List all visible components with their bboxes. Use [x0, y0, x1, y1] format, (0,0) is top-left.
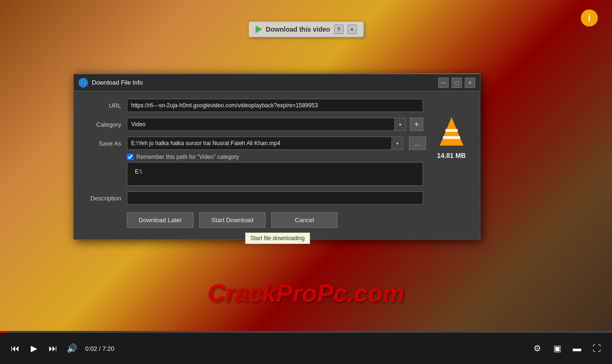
start-download-button[interactable]: Start Download [199, 212, 266, 228]
watermark: CrackProPc.com [207, 279, 404, 307]
skip-forward-button[interactable]: ⏭ [45, 341, 61, 356]
category-dropdown-arrow[interactable]: ▾ [395, 118, 406, 131]
progress-fill [0, 331, 6, 333]
action-buttons-row: Download Later Start Download Cancel [127, 212, 470, 228]
description-input[interactable] [127, 191, 423, 205]
close-button[interactable]: × [465, 78, 475, 88]
description-row: Description [83, 191, 470, 205]
theater-button[interactable]: ▬ [569, 341, 585, 356]
idm-icon [79, 78, 88, 87]
saveas-input[interactable] [127, 137, 392, 150]
saveas-input-wrap: ▾ [127, 137, 403, 150]
modal-title: Download File Info [92, 79, 435, 86]
start-download-tooltip: Start file downloading [245, 233, 310, 244]
progress-bar[interactable] [0, 331, 612, 333]
download-tooltip-text: Download this video [266, 26, 330, 33]
remember-label: Remember this path for "Video" category [136, 154, 239, 160]
svg-rect-8 [443, 136, 460, 139]
svg-rect-6 [441, 141, 462, 145]
close-tooltip-btn[interactable]: × [347, 25, 357, 34]
file-size: 14.81 MB [437, 152, 466, 159]
path-display: E:\ [131, 166, 419, 177]
category-select[interactable]: Video Music Documents Programs Other [127, 118, 395, 131]
fullscreen-button[interactable]: ⛶ [589, 341, 604, 356]
download-file-info-modal: Download File Info — □ × 14.81 MB URL [73, 73, 480, 240]
play-pause-button[interactable]: ▶ [27, 341, 42, 356]
add-category-button[interactable]: + [410, 118, 423, 131]
remember-row: Remember this path for "Video" category [127, 154, 423, 160]
category-select-wrap: Video Music Documents Programs Other ▾ + [127, 118, 423, 131]
modal-window-controls: — □ × [438, 78, 475, 88]
settings-button[interactable]: ⚙ [530, 341, 545, 356]
right-controls: ⚙ ▣ ▬ ⛶ [530, 341, 604, 356]
saveas-label: Save As [83, 140, 121, 147]
url-label: URL [83, 102, 121, 109]
category-label: Category [83, 121, 121, 128]
download-later-button[interactable]: Download Later [127, 212, 194, 228]
skip-back-button[interactable]: ⏮ [8, 341, 23, 356]
time-display: 0:02 / 7:20 [85, 345, 114, 352]
controls-row: ⏮ ▶ ⏭ 🔊 0:02 / 7:20 ⚙ ▣ ▬ ⛶ [0, 333, 612, 364]
vlc-icon [437, 115, 466, 148]
volume-button[interactable]: 🔊 [64, 341, 80, 356]
play-icon [255, 26, 262, 33]
player-controls: ⏮ ▶ ⏭ 🔊 0:02 / 7:20 ⚙ ▣ ▬ ⛶ [0, 331, 612, 364]
info-button[interactable]: i [581, 9, 598, 26]
saveas-row: Save As ▾ ... [83, 137, 470, 150]
description-label: Description [83, 195, 121, 202]
pip-button[interactable]: ▣ [550, 341, 565, 356]
url-row: URL [83, 99, 470, 112]
browse-button[interactable]: ... [409, 137, 426, 150]
vlc-area: 14.81 MB [437, 115, 466, 159]
path-box-wrap: E:\ [127, 162, 423, 186]
svg-rect-7 [445, 129, 458, 132]
url-input[interactable] [127, 99, 423, 112]
category-row: Category Video Music Documents Programs … [83, 118, 470, 131]
download-video-tooltip[interactable]: Download this video ? × [248, 21, 364, 37]
minimize-button[interactable]: — [438, 78, 449, 88]
help-tooltip-btn[interactable]: ? [334, 25, 344, 34]
maximize-button[interactable]: □ [452, 78, 462, 88]
modal-titlebar: Download File Info — □ × [74, 74, 480, 91]
cancel-button[interactable]: Cancel [271, 212, 337, 228]
remember-checkbox[interactable] [127, 154, 133, 160]
modal-body: 14.81 MB URL Category Video Music Docume… [74, 91, 480, 239]
saveas-dropdown-arrow[interactable]: ▾ [392, 137, 403, 150]
